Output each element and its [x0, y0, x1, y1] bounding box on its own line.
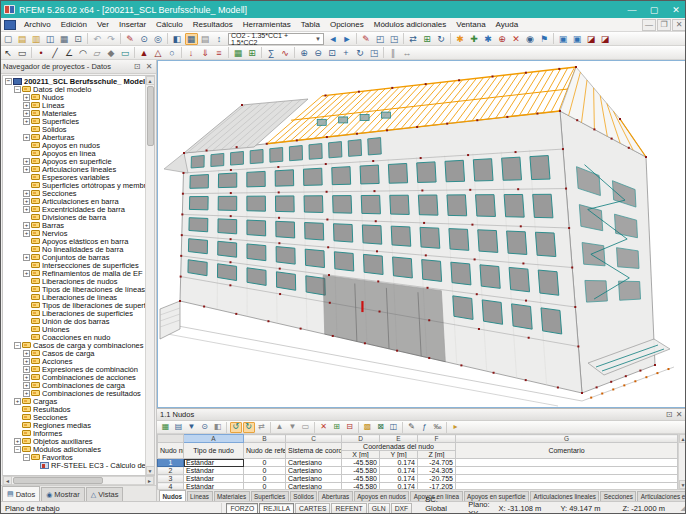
- snap-toggle-dxf[interactable]: DXF: [391, 503, 413, 514]
- delete-loads-icon[interactable]: ✕: [510, 33, 523, 45]
- expand-icon[interactable]: +: [23, 350, 30, 357]
- node-tool-icon[interactable]: •: [35, 47, 48, 59]
- expand-icon[interactable]: +: [23, 358, 30, 365]
- tree-item-m-dulos-adicionales[interactable]: −Módulos adicionales: [3, 445, 154, 453]
- expand-icon[interactable]: +: [23, 254, 30, 261]
- mesh-refinement-icon[interactable]: ⊞: [246, 47, 259, 59]
- close-icon[interactable]: ✕: [144, 62, 154, 71]
- cell-coordinate-system[interactable]: Cartesiano: [286, 459, 342, 467]
- new-file-icon[interactable]: ▢: [2, 33, 15, 45]
- guidelines-icon[interactable]: ∥: [387, 47, 400, 59]
- navigator-tab-vistas[interactable]: △Vistas: [86, 487, 124, 501]
- navigator-tab-mostrar[interactable]: ◉Mostrar: [41, 487, 85, 501]
- isometric-view-icon[interactable]: ◳: [368, 47, 381, 59]
- load-node-icon[interactable]: ↓: [185, 47, 198, 59]
- load-case-list-icon[interactable]: ↕: [213, 33, 226, 45]
- snap-toggle-forzo[interactable]: FORZO: [226, 503, 258, 514]
- show-tables-icon[interactable]: ▦: [185, 33, 198, 45]
- tree-item-casos-de-carga[interactable]: +Casos de carga: [3, 349, 154, 357]
- mdi-restore-button[interactable]: ❐: [657, 19, 671, 31]
- tree-item-superficies[interactable]: +Superficies: [3, 117, 154, 125]
- col-letter[interactable]: C: [286, 435, 342, 443]
- solid-tool-icon[interactable]: ◆: [105, 47, 118, 59]
- expand-icon[interactable]: +: [23, 158, 30, 165]
- table-vertical-scrollbar[interactable]: ▲ ▼: [678, 434, 686, 489]
- panel-icon[interactable]: ◳: [388, 33, 401, 45]
- print-icon[interactable]: ▦: [58, 33, 71, 45]
- cell-x[interactable]: -45.580: [342, 467, 380, 475]
- table-export-icon[interactable]: ▤: [173, 422, 185, 433]
- model-viewport[interactable]: [157, 60, 686, 408]
- mesh-icon[interactable]: ▦: [232, 47, 245, 59]
- col-letter[interactable]: D: [342, 435, 380, 443]
- table-settings-icon[interactable]: ▦: [160, 422, 172, 433]
- sheet-tab-articulaciones-en-barra[interactable]: Articulaciones en barra: [637, 491, 686, 501]
- menu-archivo[interactable]: Archivo: [19, 18, 56, 32]
- polyline-tool-icon[interactable]: ∠: [63, 47, 76, 59]
- menu-tabla[interactable]: Tabla: [296, 18, 325, 32]
- cell-z[interactable]: -17.205: [418, 483, 456, 490]
- maximize-button[interactable]: ▢: [643, 1, 665, 18]
- col-letter[interactable]: B: [244, 435, 286, 443]
- collapse-icon[interactable]: −: [5, 78, 12, 85]
- tree-item-superficies-ort-tropas-y-membranas[interactable]: Superficies ortótropas y membranas: [3, 181, 154, 189]
- resize-grip[interactable]: ◢: [680, 503, 686, 514]
- tree-item-resultados[interactable]: Resultados: [3, 405, 154, 413]
- rotate-view-icon[interactable]: ↻: [354, 47, 367, 59]
- tree-item-cargas[interactable]: +Cargas: [3, 397, 154, 405]
- cell-x[interactable]: -45.580: [342, 475, 380, 483]
- col-letter[interactable]: A: [184, 435, 244, 443]
- expand-icon[interactable]: +: [14, 398, 21, 405]
- info-icon[interactable]: ◉: [524, 33, 537, 45]
- cell-reference-node[interactable]: 0: [244, 467, 286, 475]
- scroll-thumb-h[interactable]: [13, 477, 103, 484]
- load-line-icon[interactable]: ⇓: [199, 47, 212, 59]
- zoom-window-icon[interactable]: ⊡: [326, 47, 339, 59]
- cell-z[interactable]: -20.755: [418, 475, 456, 483]
- zoom-out-icon[interactable]: ⊖: [312, 47, 325, 59]
- scroll-down-icon[interactable]: ▼: [146, 466, 155, 475]
- project-navigator-icon[interactable]: ◰: [374, 33, 387, 45]
- cell-comment[interactable]: [456, 483, 678, 490]
- collapse-icon[interactable]: −: [14, 86, 21, 93]
- edit-pencil-icon[interactable]: ✎: [124, 33, 137, 45]
- cell-reference-node[interactable]: 0: [244, 459, 286, 467]
- move-object-icon[interactable]: ⇄: [407, 33, 420, 45]
- snap-target-icon[interactable]: ⊕: [496, 33, 509, 45]
- arc-tool-icon[interactable]: ◠: [77, 47, 90, 59]
- select-arrow-icon[interactable]: ↖: [2, 47, 15, 59]
- cell-node-type[interactable]: Estándar: [184, 459, 244, 467]
- table-pin-icon[interactable]: ⊡: [664, 410, 674, 419]
- open-icon[interactable]: ▤: [16, 33, 29, 45]
- menu-edici-n[interactable]: Edición: [56, 18, 92, 32]
- open-project-icon[interactable]: ▥: [30, 33, 43, 45]
- fx-icon[interactable]: ƒ: [419, 422, 431, 433]
- menu-c-lculo[interactable]: Cálculo: [151, 18, 188, 32]
- cell-y[interactable]: 0.174: [380, 483, 418, 490]
- cell-coordinate-system[interactable]: Cartesiano: [286, 483, 342, 490]
- row-header[interactable]: 2: [158, 467, 184, 475]
- select-window-icon[interactable]: ▭: [16, 47, 29, 59]
- hinge-icon[interactable]: ○: [166, 47, 179, 59]
- copy-object-icon[interactable]: ⊞: [421, 33, 434, 45]
- scroll-thumb[interactable]: [147, 86, 154, 146]
- expand-icon[interactable]: +: [14, 438, 21, 445]
- status-work-plane[interactable]: Plano: XY: [464, 503, 494, 514]
- delete-row-icon[interactable]: ⊟: [344, 422, 356, 433]
- line-tool-icon[interactable]: ╱: [49, 47, 62, 59]
- sheet-tab-nudos[interactable]: Nudos: [159, 490, 186, 501]
- expand-icon[interactable]: +: [23, 390, 30, 397]
- pin-icon[interactable]: ⊡: [132, 62, 142, 71]
- menu-ayuda[interactable]: Ayuda: [491, 18, 524, 32]
- tree-item-regiones-medias[interactable]: Regiones medias: [3, 421, 154, 429]
- regenerate-icon[interactable]: ✱: [482, 33, 495, 45]
- support-node-icon[interactable]: ▲: [138, 47, 151, 59]
- sheet-tab-articulaciones-lineales[interactable]: Articulaciones lineales: [530, 491, 599, 501]
- comment-tool-icon[interactable]: ▸: [450, 422, 462, 433]
- cell-x[interactable]: -45.580: [342, 459, 380, 467]
- expand-icon[interactable]: +: [23, 110, 30, 117]
- cell-y[interactable]: 0.174: [380, 475, 418, 483]
- prev-load-case-icon[interactable]: ◄: [327, 33, 340, 45]
- cell-comment[interactable]: [456, 459, 678, 467]
- units-icon[interactable]: ‰: [432, 422, 444, 433]
